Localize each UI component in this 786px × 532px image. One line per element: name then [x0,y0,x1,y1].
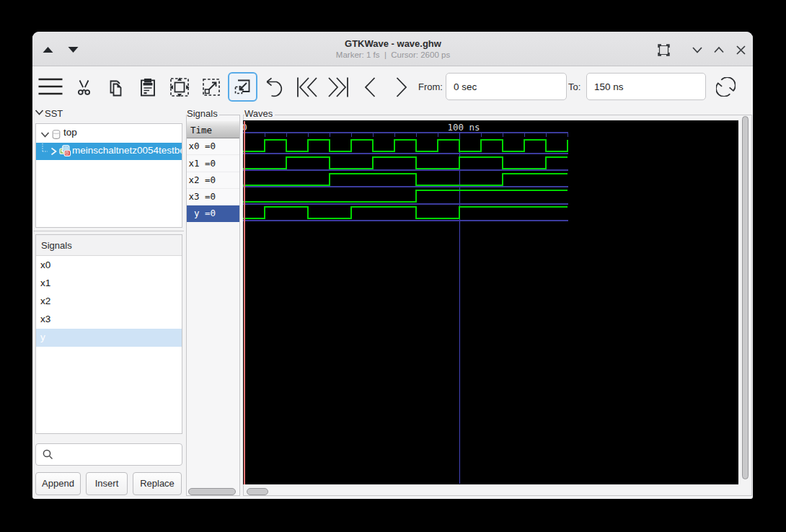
signal-row-label: x1 =0 [189,158,216,169]
signal-row-label: x2 =0 [189,174,216,185]
tree-row-label: meinschaltnetz0054testbench [72,145,182,156]
signal-list-item-label: x2 [40,296,50,306]
from-label: From: [418,81,443,92]
zoom-in-button[interactable] [202,78,221,97]
wave-canvas[interactable]: 0100 ns [243,120,738,484]
shade-up-icon[interactable] [42,45,54,54]
menu-button[interactable] [37,76,63,98]
replace-button[interactable]: Replace [133,472,182,495]
to-input[interactable] [586,73,706,100]
window-subtitle: Marker: 1 fs | Cursor: 2600 ps [285,50,501,59]
svg-text:100 ns: 100 ns [447,122,480,133]
maximize-button[interactable] [713,45,725,55]
time-header-label: Time [190,125,212,136]
signals-list-panel: Signals x0 x1 x2 x3 y [35,234,182,434]
signals-list-header-label: Signals [41,240,72,251]
waves-vertical-scrollbar[interactable] [742,116,749,479]
screen: GTKWave - wave.ghw Marker: 1 fs | Cursor… [0,0,786,532]
tree-row-testbench[interactable]: meinschaltnetz0054testbench [36,143,182,160]
tree-expander-open-icon[interactable] [40,131,50,138]
waves-frame-label: Waves [244,108,275,119]
tree-row-label: top [63,127,77,138]
signal-list-item[interactable]: x0 [36,257,182,275]
signal-column-frame-label: Signals [187,108,219,119]
signal-row-label: x0 =0 [189,141,216,151]
signal-list-item[interactable]: x2 [36,293,182,311]
sst-tree[interactable]: top meinschaltnetz0054testbench [35,123,182,228]
waves-horizontal-scrollbar[interactable] [247,488,268,495]
append-button[interactable]: Append [35,472,81,495]
signal-row-x2[interactable]: x2 =0 [187,172,239,189]
search-icon [42,448,54,461]
signal-row-x0[interactable]: x0 =0 [187,138,239,155]
minimize-button[interactable] [692,45,703,55]
from-input[interactable] [446,73,567,100]
time-header[interactable]: Time [187,121,239,138]
undo-button[interactable] [265,77,284,97]
signal-list-item[interactable]: x1 [36,275,182,293]
sst-expander-icon[interactable] [35,109,44,116]
tree-row-top[interactable]: top [36,126,182,143]
scope-module-icon [59,145,71,157]
go-to-start-button[interactable] [296,76,319,98]
reload-button[interactable] [716,77,736,97]
zoom-out-icon [233,78,252,97]
to-label: To: [568,81,580,92]
signal-search-input[interactable] [35,443,182,466]
sst-label: SST [45,108,63,119]
signal-row-x3[interactable]: x3 =0 [187,189,239,205]
signal-name-column: Time x0 =0 x1 =0 x2 =0 x3 =0 y =0 [186,115,240,496]
signals-list-header: Signals [36,235,182,256]
signal-row-label: y =0 [189,208,216,218]
scope-top-icon [51,129,61,140]
signal-list-item-label: y [40,332,45,342]
go-to-end-button[interactable] [327,76,349,98]
signal-row-x1[interactable]: x1 =0 [187,156,239,172]
signal-row-y[interactable]: y =0 [187,205,239,222]
cut-button[interactable] [76,79,92,97]
signal-list-item-label: x3 [40,314,50,324]
waveform-plot: 0100 ns [243,120,738,484]
insert-button[interactable]: Insert [86,472,128,495]
close-button[interactable] [736,45,746,56]
window-title: GTKWave - wave.ghw [285,38,501,49]
paste-button[interactable] [140,78,156,97]
copy-button[interactable] [107,78,124,97]
signal-list-item-label: x0 [40,260,50,270]
next-edge-button[interactable] [394,76,409,98]
shade-down-icon[interactable] [67,45,79,54]
signal-row-label: x3 =0 [189,191,216,202]
column-horizontal-scrollbar[interactable] [188,488,236,495]
zoom-fit-button[interactable] [169,77,190,97]
panel-splitter[interactable] [33,231,184,231]
signal-list-item-label: x1 [40,278,50,288]
signal-list-item[interactable]: x3 [36,311,182,329]
tree-expander-closed-icon[interactable] [50,147,58,156]
fullscreen-button[interactable] [657,43,671,57]
prev-edge-button[interactable] [363,76,377,98]
titlebar[interactable] [32,32,753,66]
signal-list-item-selected[interactable]: y [36,329,182,347]
